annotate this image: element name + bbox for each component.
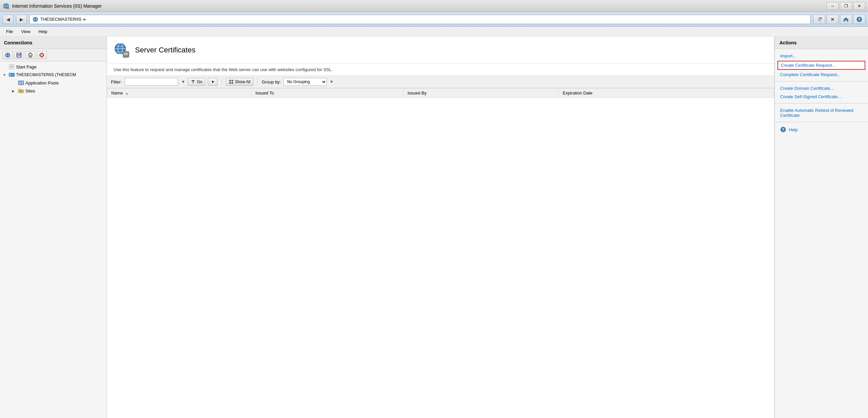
svg-rect-18 bbox=[9, 64, 14, 69]
title-bar: Internet Information Services (IIS) Mana… bbox=[0, 0, 868, 12]
complete-cert-req-link: Complete Certificate Request... bbox=[780, 72, 841, 77]
menu-file[interactable]: File bbox=[3, 28, 17, 35]
sites-label: Sites bbox=[25, 89, 104, 94]
start-page-icon bbox=[9, 64, 15, 70]
server-label: THESECMASTERIIS (THESECM bbox=[16, 72, 104, 77]
start-page-label: Start Page bbox=[16, 64, 104, 69]
go-label: Go bbox=[197, 79, 202, 84]
svg-rect-36 bbox=[126, 53, 128, 55]
svg-rect-35 bbox=[124, 53, 126, 55]
address-text: THESECMASTERIIS bbox=[40, 17, 82, 22]
col-name[interactable]: Name ▲ bbox=[107, 89, 251, 98]
action-complete-cert-req[interactable]: Complete Certificate Request... bbox=[775, 70, 868, 79]
title-bar-left: Internet Information Services (IIS) Mana… bbox=[3, 3, 101, 9]
sidebar-save-button[interactable] bbox=[14, 51, 24, 59]
filter-funnel-icon bbox=[191, 79, 195, 84]
server-expand-icon: ▼ bbox=[3, 73, 7, 77]
menu-bar: File View Help bbox=[0, 27, 868, 37]
home-icon bbox=[843, 17, 849, 22]
action-create-self-signed[interactable]: Create Self-Signed Certificate... bbox=[775, 93, 868, 101]
col-issued-by[interactable]: Issued By bbox=[403, 89, 559, 98]
title-bar-controls: ─ ❒ ✕ bbox=[827, 2, 865, 10]
restore-button[interactable]: ❒ bbox=[840, 2, 852, 10]
address-bar: THESECMASTERIIS ▶ bbox=[29, 15, 810, 24]
forward-button[interactable]: ▶ bbox=[16, 15, 27, 24]
home-button[interactable] bbox=[840, 15, 852, 24]
filter-input[interactable] bbox=[125, 78, 178, 86]
content-title: Server Certificates bbox=[135, 46, 195, 55]
nav-tools: ✕ ? bbox=[813, 15, 865, 24]
group-by-label: Group by: bbox=[261, 79, 281, 85]
help-icon: ? bbox=[856, 17, 862, 22]
svg-text:?: ? bbox=[782, 128, 784, 132]
actions-divider-2 bbox=[775, 101, 868, 103]
sites-folder-icon bbox=[18, 88, 24, 94]
sidebar-globe-button[interactable] bbox=[3, 51, 13, 59]
action-help[interactable]: ? Help bbox=[775, 125, 868, 134]
help-link: Help bbox=[789, 127, 798, 132]
svg-rect-26 bbox=[19, 82, 21, 84]
create-domain-cert-link: Create Domain Certificate... bbox=[780, 86, 834, 91]
svg-rect-14 bbox=[18, 56, 21, 57]
menu-view[interactable]: View bbox=[18, 28, 34, 35]
action-import[interactable]: Import... bbox=[775, 52, 868, 60]
show-all-label: Show All bbox=[235, 79, 250, 84]
refresh-icon bbox=[816, 17, 822, 22]
import-link: Import... bbox=[780, 54, 796, 58]
content-cert-icon bbox=[114, 42, 130, 58]
group-by-select[interactable]: No Grouping bbox=[283, 78, 327, 86]
address-arrow: ▶ bbox=[84, 18, 86, 21]
toolbar-divider bbox=[221, 78, 222, 85]
back-button[interactable]: ◀ bbox=[3, 15, 13, 24]
col-expiration[interactable]: Expiration Date bbox=[559, 89, 774, 98]
content-description: Use this feature to request and manage c… bbox=[107, 64, 774, 76]
sidebar-nav-button[interactable] bbox=[25, 51, 35, 59]
sidebar-delete-button[interactable] bbox=[37, 51, 47, 59]
svg-rect-3 bbox=[7, 7, 9, 9]
actions-panel: Actions Import... Create Certificate Req… bbox=[774, 37, 868, 418]
certificates-table: Name ▲ Issued To Issued By Expiration Da… bbox=[107, 88, 774, 98]
filter-label: Filter: bbox=[111, 79, 122, 85]
stop-button[interactable]: ✕ bbox=[827, 15, 839, 24]
go-button[interactable]: Go bbox=[188, 78, 205, 86]
main-layout: Connections bbox=[0, 37, 868, 418]
actions-divider bbox=[775, 79, 868, 82]
svg-rect-40 bbox=[231, 82, 233, 84]
tree-item-app-pools[interactable]: Application Pools bbox=[0, 79, 106, 87]
actions-divider-3 bbox=[775, 120, 868, 122]
content-toolbar: Filter: ▼ Go ▼ Show All Gr bbox=[107, 76, 774, 88]
address-globe-icon bbox=[32, 17, 38, 22]
save-icon bbox=[16, 52, 22, 58]
minimize-button[interactable]: ─ bbox=[827, 2, 839, 10]
go-dropdown-arrow[interactable]: ▼ bbox=[208, 78, 217, 86]
window-title: Internet Information Services (IIS) Mana… bbox=[12, 3, 101, 9]
toolbar-divider-2 bbox=[257, 78, 257, 85]
actions-header: Actions bbox=[775, 37, 868, 49]
refresh-button[interactable] bbox=[813, 15, 825, 24]
actions-list: Import... Create Certificate Request... … bbox=[775, 49, 868, 137]
tree-item-start-page[interactable]: Start Page bbox=[0, 63, 106, 71]
close-button[interactable]: ✕ bbox=[853, 2, 865, 10]
sidebar-toolbar bbox=[0, 49, 106, 61]
create-cert-req-link: Create Certificate Request... bbox=[781, 63, 836, 68]
create-self-signed-link: Create Self-Signed Certificate... bbox=[780, 94, 841, 99]
menu-help[interactable]: Help bbox=[35, 28, 51, 35]
help-nav-button[interactable]: ? bbox=[853, 15, 865, 24]
navigation-bar: ◀ ▶ THESECMASTERIIS ▶ ✕ ? bbox=[0, 12, 868, 27]
svg-rect-27 bbox=[21, 82, 23, 84]
svg-point-23 bbox=[13, 74, 13, 74]
app-icon bbox=[3, 3, 9, 9]
svg-rect-13 bbox=[18, 53, 20, 55]
tree-item-sites[interactable]: ▶ Sites bbox=[0, 87, 106, 95]
action-create-cert-req[interactable]: Create Certificate Request... bbox=[777, 61, 865, 70]
svg-rect-22 bbox=[9, 73, 11, 76]
action-create-domain-cert[interactable]: Create Domain Certificate... bbox=[775, 84, 868, 93]
show-all-button[interactable]: Show All bbox=[226, 78, 253, 86]
sort-arrow-name: ▲ bbox=[125, 92, 128, 95]
tree-item-server[interactable]: ▼ THESECMASTERIIS (THESECM bbox=[0, 71, 106, 79]
action-enable-auto-rebind[interactable]: Enable Automatic Rebind of Renewed Certi… bbox=[775, 106, 868, 120]
col-issued-to[interactable]: Issued To bbox=[251, 89, 403, 98]
sidebar-header: Connections bbox=[0, 37, 106, 49]
dropdown-arrow-icon: ▼ bbox=[181, 79, 185, 84]
svg-point-24 bbox=[13, 75, 13, 76]
